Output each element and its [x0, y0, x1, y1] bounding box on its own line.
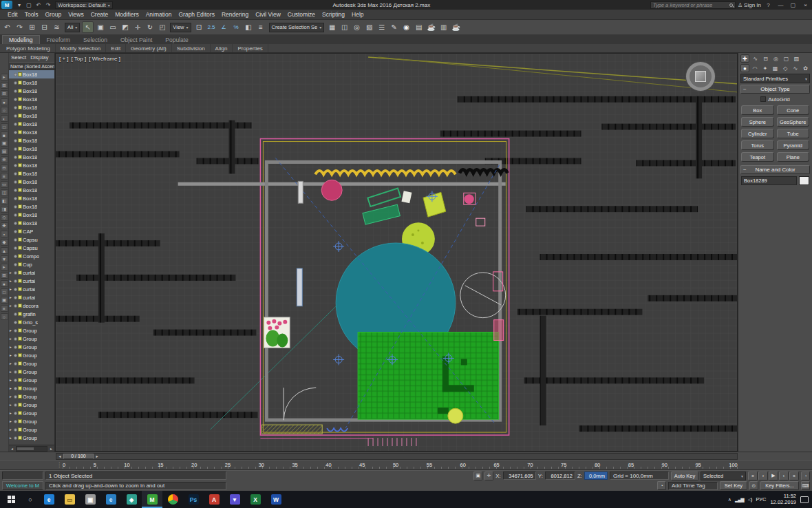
search-input[interactable]	[653, 2, 727, 8]
explorer-tool-icon[interactable]: ▲	[1, 247, 8, 254]
taskbar-app[interactable]: ◈	[121, 491, 142, 508]
toolbar-icon[interactable]: ◫	[339, 21, 350, 33]
start-button[interactable]	[0, 491, 22, 508]
toolbar-icon[interactable]: ∠	[218, 21, 230, 33]
menu-item[interactable]: Rendering	[218, 11, 252, 18]
toolbar-icon[interactable]: %	[231, 21, 242, 33]
action-center-icon[interactable]	[800, 496, 809, 503]
toolbar-icon[interactable]: ↻	[144, 21, 156, 33]
scene-object-row[interactable]: Box18	[9, 161, 54, 169]
quick-access-icon[interactable]: ↶	[34, 2, 43, 8]
explorer-tool-icon[interactable]: ▸	[1, 264, 8, 271]
explorer-tool-icon[interactable]: ▣	[1, 297, 8, 304]
explorer-tool-icon[interactable]: ◨	[1, 206, 8, 213]
scroll-right-icon[interactable]: ▸	[48, 446, 54, 451]
next-frame-icon[interactable]: ▸	[94, 454, 100, 458]
network-icon[interactable]: ▂▄▆	[735, 497, 744, 502]
scene-object-row[interactable]: ▸ Group	[9, 359, 54, 368]
explorer-tool-icon[interactable]: ≡	[1, 305, 8, 312]
scene-list-header[interactable]: Name (Sorted Ascen	[9, 62, 54, 70]
scene-object-row[interactable]: ▸ Group	[9, 343, 54, 351]
expand-arrow-icon[interactable]: ▸	[10, 436, 13, 440]
z-coordinate-field[interactable]: 0,0mm	[584, 472, 608, 480]
explorer-tool-icon[interactable]: ◧	[1, 198, 8, 204]
language-indicator[interactable]: РУС	[756, 496, 766, 502]
explorer-tool-icon[interactable]: ■	[1, 131, 8, 138]
toolbar-icon[interactable]: ▥	[438, 21, 449, 33]
expand-arrow-icon[interactable]: ▸	[10, 328, 13, 332]
scene-menu[interactable]: Display	[30, 54, 48, 61]
primitive-button[interactable]: Cone	[777, 105, 810, 115]
scene-object-row[interactable]: Box18	[9, 112, 54, 120]
selection-filter-dropdown[interactable]: All ▾	[65, 23, 80, 32]
explorer-tool-icon[interactable]: ▭	[1, 181, 8, 188]
toolbar-icon[interactable]: ▧	[363, 21, 375, 33]
explorer-tool-icon[interactable]: ◇	[1, 214, 8, 221]
minimize-button[interactable]: ―	[776, 2, 786, 8]
viewport-shading-menu[interactable]: [ Wireframe ]	[89, 56, 120, 62]
expand-arrow-icon[interactable]: ▸	[10, 287, 13, 291]
quick-access-icon[interactable]: ▾	[15, 2, 23, 8]
auto-key-button[interactable]: Auto Key	[671, 472, 698, 480]
expand-arrow-icon[interactable]: ▸	[10, 403, 13, 407]
taskbar-app[interactable]: Ps	[183, 491, 204, 508]
explorer-tool-icon[interactable]: ▸	[1, 74, 8, 81]
ribbon-section[interactable]: Align	[211, 44, 233, 52]
explorer-tool-icon[interactable]: ⊞	[1, 272, 8, 279]
viewport-top[interactable]: [ + ] [ Top ] [ Wireframe ]	[55, 53, 738, 452]
command-panel-tab-icon[interactable]: ∿	[751, 54, 760, 63]
menu-item[interactable]: Views	[65, 11, 87, 18]
create-category-icon[interactable]: ◇	[781, 64, 790, 72]
expand-arrow-icon[interactable]: ▸	[10, 345, 13, 349]
create-category-icon[interactable]: ∿	[791, 64, 800, 72]
scene-object-row[interactable]: Box18	[9, 70, 54, 78]
expand-arrow-icon[interactable]: ▸	[10, 361, 13, 366]
toolbar-icon[interactable]: ✎	[388, 21, 400, 33]
time-tag-icon[interactable]: ◔	[657, 481, 666, 490]
explorer-tool-icon[interactable]: ◫	[1, 189, 8, 196]
scene-object-row[interactable]: ▸ Group	[9, 417, 54, 425]
scene-object-row[interactable]: ▸ curtai	[9, 277, 54, 285]
command-panel-tab-icon[interactable]: ▨	[792, 54, 801, 63]
command-panel-tab-icon[interactable]: ✚	[740, 54, 749, 63]
scene-object-row[interactable]: ▸ Group	[9, 409, 54, 417]
playback-button[interactable]: »	[789, 472, 799, 480]
explorer-tool-icon[interactable]: ◐	[1, 115, 8, 122]
key-icon[interactable]: ⊙	[749, 481, 758, 490]
ribbon-tab[interactable]: Populate	[159, 36, 195, 44]
scene-object-row[interactable]: ▸ Group	[9, 384, 54, 392]
scene-object-row[interactable]: CAP	[9, 227, 54, 235]
explorer-tool-icon[interactable]: ●	[1, 280, 8, 287]
primitive-button[interactable]: Sphere	[741, 117, 774, 127]
taskbar-app[interactable]	[162, 491, 183, 508]
ribbon-tab[interactable]: Selection	[77, 36, 114, 44]
taskbar-app[interactable]: M	[142, 491, 162, 508]
key-filters-button[interactable]: Key Filters...	[760, 481, 799, 490]
ribbon-section[interactable]: Geometry (All)	[126, 44, 172, 52]
primitive-button[interactable]: Cylinder	[741, 129, 774, 138]
taskbar-app[interactable]: ▼	[224, 491, 245, 508]
primitive-button[interactable]: Torus	[741, 140, 774, 150]
explorer-tool-icon[interactable]: ▼	[1, 255, 8, 262]
toolbar-icon[interactable]: ▭	[107, 21, 118, 33]
scene-object-row[interactable]: Box18	[9, 95, 54, 103]
ribbon-section[interactable]: Subdivision	[172, 44, 211, 52]
clock[interactable]: 11:52 12.02.2019	[770, 494, 796, 505]
command-panel-tab-icon[interactable]: ⊟	[761, 54, 770, 63]
primitive-button[interactable]: GeoSphere	[777, 117, 810, 127]
taskbar-search-icon[interactable]: ○	[22, 491, 39, 508]
set-key-button[interactable]: Set Key	[720, 481, 747, 490]
scene-object-row[interactable]: Box18	[9, 186, 54, 194]
explorer-tool-icon[interactable]: ◆	[1, 239, 8, 246]
time-configuration-icon[interactable]: ◔	[801, 472, 810, 480]
primitives-dropdown[interactable]: Standard Primitives ▾	[740, 74, 810, 83]
scene-object-row[interactable]: Box18	[9, 120, 54, 128]
expand-arrow-icon[interactable]: ▸	[10, 304, 13, 308]
taskbar-app[interactable]: X	[245, 491, 266, 508]
scene-object-row[interactable]: Box18	[9, 103, 54, 112]
expand-arrow-icon[interactable]: ▸	[10, 386, 13, 390]
primitive-button[interactable]: Teapot	[741, 152, 774, 162]
scene-object-row[interactable]: Box18	[9, 136, 54, 145]
selection-lock-icon[interactable]: ▣	[473, 472, 482, 480]
toolbar-icon[interactable]: ↷	[14, 21, 25, 33]
